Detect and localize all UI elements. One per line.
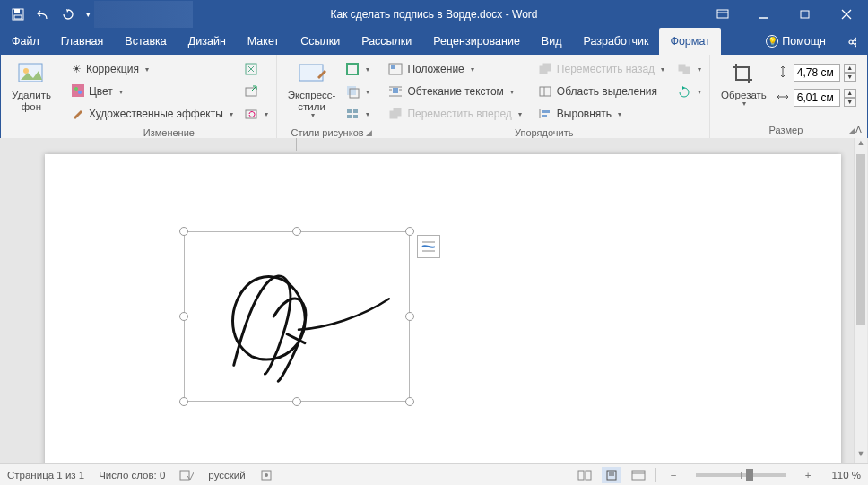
redo-button[interactable] bbox=[56, 4, 80, 25]
ribbon: Удалить фон ☀ Коррекция▾ Цвет▾ Художеств… bbox=[1, 55, 867, 139]
width-down[interactable]: ▼ bbox=[844, 98, 856, 107]
page-status[interactable]: Страница 1 из 1 bbox=[7, 470, 84, 481]
spellcheck-button[interactable] bbox=[179, 469, 194, 481]
svg-point-13 bbox=[78, 91, 82, 94]
resize-handle-sw[interactable] bbox=[179, 397, 188, 406]
remove-background-button[interactable]: Удалить фон bbox=[6, 57, 56, 115]
scroll-thumb[interactable] bbox=[856, 154, 865, 325]
tab-file[interactable]: Файл bbox=[1, 28, 50, 55]
change-picture-button[interactable] bbox=[241, 82, 271, 101]
width-input[interactable] bbox=[794, 89, 840, 107]
bulb-icon: 💡 bbox=[766, 35, 778, 48]
tab-references[interactable]: Ссылки bbox=[290, 28, 351, 55]
height-up[interactable]: ▲ bbox=[844, 64, 856, 73]
svg-rect-15 bbox=[246, 88, 256, 96]
maximize-button[interactable] bbox=[785, 1, 826, 28]
zoom-out-button[interactable]: − bbox=[664, 467, 683, 483]
language-status[interactable]: русский bbox=[208, 470, 245, 481]
selection-pane-button[interactable]: Область выделения bbox=[534, 82, 669, 101]
resize-handle-n[interactable] bbox=[292, 227, 301, 236]
resize-handle-ne[interactable] bbox=[405, 227, 414, 236]
layout-options-button[interactable] bbox=[417, 235, 440, 258]
express-styles-button[interactable]: Экспресс- стили ▾ bbox=[282, 57, 342, 121]
tab-layout[interactable]: Макет bbox=[237, 28, 290, 55]
zoom-in-button[interactable]: + bbox=[798, 467, 818, 483]
page[interactable]: .rotate{left:272px;} bbox=[45, 154, 841, 463]
picture-border-button[interactable]: ▾ bbox=[343, 59, 372, 79]
resize-handle-e[interactable] bbox=[405, 312, 414, 321]
rotate-button[interactable]: ▾ bbox=[674, 82, 704, 101]
zoom-slider[interactable] bbox=[696, 473, 786, 477]
position-button[interactable]: Положение▾ bbox=[384, 59, 525, 79]
align-button[interactable]: Выровнять▾ bbox=[534, 104, 669, 124]
svg-rect-1 bbox=[14, 9, 20, 13]
resize-handle-s[interactable] bbox=[292, 397, 301, 406]
tab-insert[interactable]: Вставка bbox=[114, 28, 177, 55]
picture-effects-button[interactable]: ▾ bbox=[343, 82, 372, 101]
undo-button[interactable] bbox=[31, 4, 55, 25]
height-down[interactable]: ▼ bbox=[844, 73, 856, 82]
wrap-text-button[interactable]: Обтекание текстом▾ bbox=[384, 82, 525, 101]
svg-rect-39 bbox=[542, 110, 550, 113]
scroll-down-button[interactable]: ▼ bbox=[855, 449, 867, 463]
selected-picture[interactable] bbox=[184, 231, 410, 402]
width-icon bbox=[776, 90, 790, 107]
tab-format[interactable]: Формат bbox=[659, 28, 720, 55]
ribbon-display-button[interactable] bbox=[702, 1, 743, 28]
width-up[interactable]: ▲ bbox=[844, 89, 856, 98]
share-button[interactable] bbox=[837, 28, 867, 55]
size-group-label: Размер bbox=[769, 125, 803, 135]
read-mode-button[interactable] bbox=[575, 467, 595, 483]
resize-handle-nw[interactable] bbox=[179, 227, 188, 236]
height-input[interactable] bbox=[794, 64, 840, 82]
tell-me-button[interactable]: 💡Помощн bbox=[755, 28, 837, 55]
compress-pictures-button[interactable] bbox=[241, 59, 271, 79]
title-bar: ▾ Как сделать подпись в Ворде.docx - Wor… bbox=[1, 1, 867, 28]
artistic-effects-button[interactable]: Художественные эффекты▾ bbox=[67, 104, 238, 124]
group-background: Удалить фон bbox=[1, 55, 62, 138]
tab-design[interactable]: Дизайн bbox=[178, 28, 237, 55]
word-count[interactable]: Число слов: 0 bbox=[99, 470, 165, 481]
resize-handle-w[interactable] bbox=[179, 312, 188, 321]
vertical-scrollbar[interactable]: ▲ ▼ bbox=[854, 138, 867, 463]
tab-view[interactable]: Вид bbox=[531, 28, 573, 55]
svg-rect-19 bbox=[347, 86, 356, 95]
remove-bg-icon bbox=[17, 59, 46, 88]
color-label: Цвет bbox=[89, 85, 113, 98]
web-layout-button[interactable] bbox=[629, 467, 648, 483]
account-area[interactable] bbox=[94, 1, 193, 28]
picture-layout-button[interactable]: ▾ bbox=[343, 104, 372, 124]
styles-label: Экспресс- стили bbox=[288, 90, 336, 113]
zoom-knob[interactable] bbox=[746, 469, 753, 481]
svg-point-12 bbox=[74, 87, 78, 91]
svg-rect-26 bbox=[391, 65, 395, 69]
scroll-up-button[interactable]: ▲ bbox=[855, 138, 867, 152]
crop-button[interactable]: Обрезать ▾ bbox=[716, 57, 772, 109]
corrections-label: Коррекция bbox=[86, 63, 139, 75]
crop-icon bbox=[729, 59, 758, 88]
close-button[interactable] bbox=[826, 1, 867, 28]
zoom-level[interactable]: 110 % bbox=[825, 470, 861, 481]
print-layout-button[interactable] bbox=[602, 467, 621, 483]
tab-home[interactable]: Главная bbox=[50, 28, 115, 55]
status-bar: Страница 1 из 1 Число слов: 0 русский − … bbox=[0, 463, 868, 485]
corrections-button[interactable]: ☀ Коррекция▾ bbox=[67, 59, 238, 79]
svg-rect-18 bbox=[347, 64, 358, 74]
color-button[interactable]: Цвет▾ bbox=[67, 82, 238, 101]
svg-rect-2 bbox=[14, 15, 22, 19]
collapse-ribbon-button[interactable]: ᐱ bbox=[855, 125, 862, 134]
tab-review[interactable]: Рецензирование bbox=[422, 28, 531, 55]
svg-rect-24 bbox=[353, 115, 358, 118]
svg-rect-33 bbox=[394, 108, 401, 116]
svg-rect-50 bbox=[586, 471, 591, 480]
tab-developer[interactable]: Разработчик bbox=[572, 28, 659, 55]
group-size: Обрезать ▾ ▲▼ ▲▼ Размер◢ bbox=[710, 55, 862, 138]
resize-handle-se[interactable] bbox=[405, 397, 414, 406]
macro-button[interactable] bbox=[260, 469, 273, 481]
save-button[interactable] bbox=[6, 4, 30, 25]
qat-customize-button[interactable]: ▾ bbox=[82, 4, 94, 25]
reset-picture-button[interactable]: ▾ bbox=[241, 104, 271, 124]
tab-mailings[interactable]: Рассылки bbox=[351, 28, 422, 55]
minimize-button[interactable] bbox=[743, 1, 785, 28]
send-backward-button: Переместить назад▾ bbox=[534, 59, 669, 79]
